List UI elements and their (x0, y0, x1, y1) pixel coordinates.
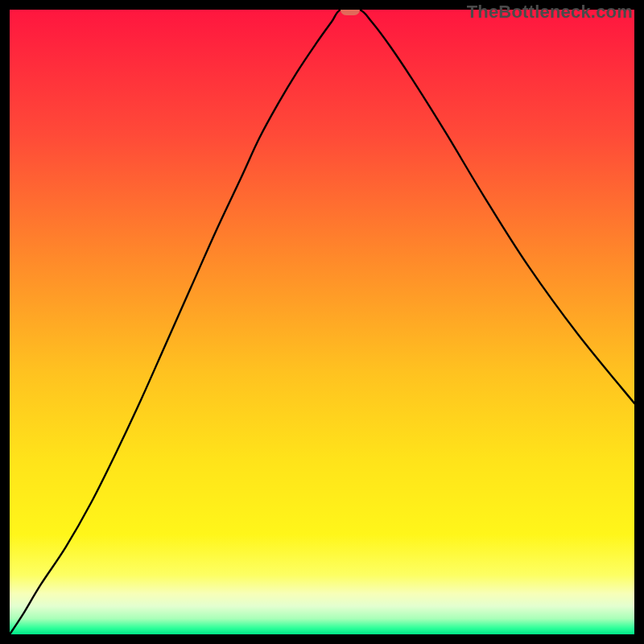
plot-area (10, 10, 634, 634)
bottleneck-chart (10, 10, 634, 634)
watermark-text: TheBottleneck.com (467, 2, 633, 23)
gradient-background (10, 10, 634, 634)
optimal-marker (341, 10, 360, 15)
